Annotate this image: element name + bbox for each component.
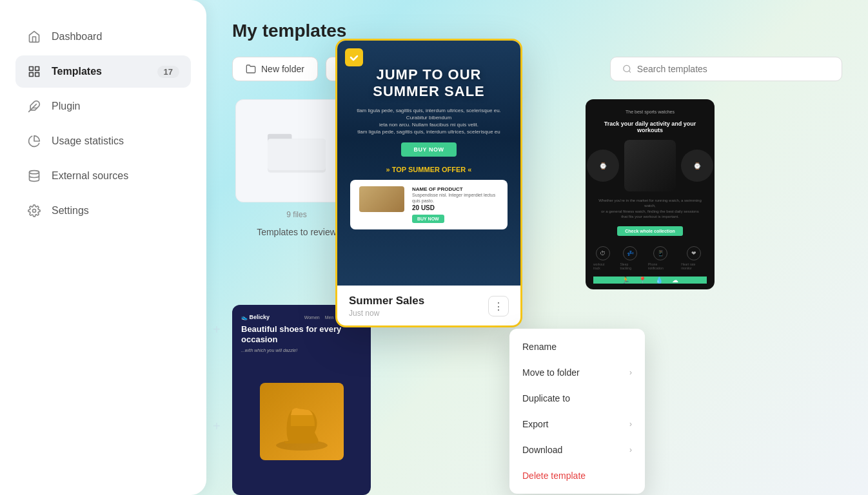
- featured-card-checkbox[interactable]: [345, 48, 363, 66]
- watch-icon-item-4: ❤ Heart rate monitor: [681, 246, 707, 270]
- featured-thumb-headline: JUMP TO OURSUMMER SALE: [373, 66, 485, 101]
- template-icon: [27, 64, 41, 79]
- search-box[interactable]: [610, 57, 842, 81]
- chart-icon: [27, 134, 41, 148]
- context-menu-item-delete-template[interactable]: Delete template: [509, 463, 645, 489]
- sidebar-item-external-sources-label: External sources: [52, 170, 179, 182]
- sidebar-item-dashboard[interactable]: Dashboard: [15, 21, 191, 53]
- svg-rect-1: [35, 67, 39, 71]
- context-menu: Rename Move to folder › Duplicate to Exp…: [509, 329, 645, 494]
- svg-rect-2: [30, 73, 34, 77]
- featured-thumb-offer: » TOP SUMMER OFFER «: [386, 166, 472, 173]
- svg-rect-3: [35, 73, 39, 77]
- featured-card[interactable]: JUMP TO OURSUMMER SALE tlam ligula pede,…: [335, 39, 522, 327]
- watch-green-icon-3: 💧: [655, 277, 663, 284]
- new-folder-button[interactable]: New folder: [232, 57, 318, 81]
- watch-notif-icon: 📱: [653, 246, 667, 260]
- watch-sleep-icon: 💤: [623, 246, 637, 260]
- content-area: My templates New folder Sort: [206, 0, 868, 495]
- featured-more-button[interactable]: ⋮: [488, 296, 509, 316]
- featured-info-text: Summer Sales Just now: [349, 295, 424, 318]
- sidebar-item-usage-statistics[interactable]: Usage statistics: [15, 125, 191, 157]
- watch-icon-item-1: ⏱ workout track: [593, 246, 612, 270]
- svg-point-6: [30, 171, 39, 174]
- context-menu-item-duplicate-to[interactable]: Duplicate to: [509, 385, 645, 411]
- sidebar-item-dashboard-label: Dashboard: [52, 31, 179, 43]
- database-icon: [27, 169, 41, 183]
- watch-circle-1: ⌚: [587, 150, 619, 182]
- puzzle-icon: [27, 99, 41, 113]
- shoes-template-card[interactable]: 👟 Belicky Women Men Kids Sale Beautiful …: [232, 305, 361, 495]
- product-buy-button[interactable]: BUY NOW: [412, 215, 444, 223]
- boots-illustration: [273, 397, 331, 455]
- watch-green-bar: 🏃 📍 💧 ☁: [593, 277, 707, 284]
- context-menu-download-label: Download: [522, 445, 562, 455]
- sidebar-item-plugin-label: Plugin: [52, 101, 179, 112]
- product-details: NAME OF PRODUCT Suspendisse nisl. Intege…: [412, 186, 498, 224]
- context-menu-item-rename[interactable]: Rename: [509, 334, 645, 360]
- svg-rect-0: [30, 67, 34, 71]
- svg-rect-18: [268, 139, 326, 170]
- featured-thumb-product: NAME OF PRODUCT Suspendisse nisl. Intege…: [350, 180, 508, 230]
- context-menu-rename-label: Rename: [522, 342, 557, 352]
- context-menu-move-to-folder-label: Move to folder: [522, 367, 580, 378]
- svg-point-14: [624, 65, 630, 72]
- shoes-image-placeholder: [260, 383, 344, 460]
- product-desc: Suspendisse nisl. Integer imperdiet lect…: [412, 192, 498, 205]
- shoes-brand-logo: 👟 Belicky: [241, 314, 270, 320]
- product-price: 20 USD: [412, 204, 498, 211]
- house-icon: [27, 30, 41, 44]
- new-folder-label: New folder: [261, 64, 304, 74]
- context-menu-item-move-to-folder[interactable]: Move to folder ›: [509, 360, 645, 385]
- check-icon: [350, 53, 359, 62]
- watch-green-icon-2: 📍: [638, 277, 646, 284]
- folder-name: Templates to review: [257, 227, 337, 237]
- watch-green-icon-1: 🏃: [622, 277, 629, 284]
- shoes-image-area: [241, 356, 362, 486]
- watch-desc: Whether you're in the market for running…: [593, 198, 707, 220]
- sidebar-item-settings[interactable]: Settings: [15, 195, 191, 227]
- main-layout: Dashboard Templates 17: [0, 0, 868, 495]
- chevron-right-download-icon: ›: [629, 445, 632, 454]
- sidebar: Dashboard Templates 17: [0, 0, 206, 495]
- shoes-sub: ...with which you will dazzle!: [241, 348, 362, 353]
- watch-heart-icon: ❤: [687, 246, 701, 260]
- search-icon: [622, 64, 632, 74]
- folder-files-count: 9 files: [286, 210, 306, 219]
- featured-thumb-sub: tlam ligula pede, sagittis quis, interdu…: [350, 107, 508, 136]
- watch-cta-button[interactable]: Check whole collection: [617, 226, 682, 236]
- gear-icon: [27, 204, 41, 218]
- watch-card-headline: Track your daily activity and your worko…: [593, 121, 707, 133]
- folder-svg-icon: [268, 128, 326, 173]
- watch-card-thumbnail: The best sports watches Track your daily…: [586, 99, 715, 289]
- sidebar-item-templates-label: Templates: [52, 66, 147, 77]
- sidebar-item-plugin[interactable]: Plugin: [15, 90, 191, 122]
- sidebar-item-templates[interactable]: Templates 17: [15, 55, 191, 88]
- context-menu-item-export[interactable]: Export ›: [509, 411, 645, 437]
- svg-point-7: [33, 209, 36, 213]
- svg-line-15: [629, 71, 631, 73]
- context-menu-duplicate-to-label: Duplicate to: [522, 393, 570, 403]
- watch-icon-item-2: 💤 Sleep tracking: [620, 246, 640, 270]
- toolbar: New folder Sort: [232, 57, 842, 81]
- watch-circle-2: ⌚: [681, 150, 713, 182]
- featured-info: Summer Sales Just now ⋮: [337, 286, 520, 325]
- context-menu-item-download[interactable]: Download ›: [509, 437, 645, 463]
- search-input[interactable]: [637, 64, 830, 74]
- context-menu-export-label: Export: [522, 419, 548, 429]
- sidebar-item-settings-label: Settings: [52, 205, 179, 217]
- watch-image-row: ⌚ ⌚: [587, 140, 713, 191]
- featured-thumb: JUMP TO OURSUMMER SALE tlam ligula pede,…: [337, 41, 520, 286]
- sidebar-item-usage-statistics-label: Usage statistics: [52, 135, 179, 147]
- watch-template-card[interactable]: The best sports watches Track your daily…: [586, 99, 715, 289]
- watch-track-icon: ⏱: [596, 246, 610, 260]
- product-name-label: NAME OF PRODUCT: [412, 186, 498, 192]
- watch-card-title-top: The best sports watches: [626, 110, 675, 114]
- sidebar-item-external-sources[interactable]: External sources: [15, 160, 191, 192]
- chevron-right-icon: ›: [629, 368, 632, 377]
- watch-big: [624, 140, 676, 191]
- watch-green-icon-4: ☁: [672, 277, 678, 284]
- buy-now-button[interactable]: BUY NOW: [401, 142, 457, 157]
- shoes-card-thumbnail: 👟 Belicky Women Men Kids Sale Beautiful …: [232, 305, 371, 495]
- chevron-right-export-icon: ›: [629, 420, 632, 429]
